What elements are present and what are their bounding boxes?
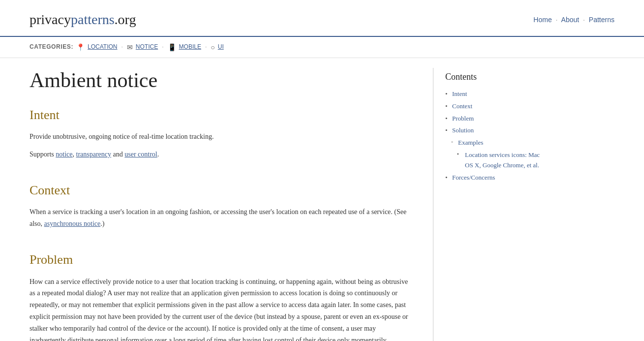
cat-sep-2: ·: [162, 42, 163, 52]
category-mobile[interactable]: MOBILE: [179, 42, 201, 52]
logo-org: .org: [115, 12, 136, 27]
cat-sep-1: ·: [122, 42, 123, 52]
top-nav: Home · About · Patterns: [533, 14, 614, 25]
nav-sep-2: ·: [583, 16, 585, 24]
page-title: Ambient notice: [30, 68, 413, 93]
sidebar-title: Contents: [445, 70, 541, 84]
notice-icon: ✉: [127, 42, 133, 53]
categories-label: CATEGORIES:: [30, 42, 73, 52]
categories-bar: CATEGORIES: 📍 LOCATION · ✉ NOTICE · 📱 MO…: [0, 37, 644, 58]
section-heading-intent: Intent: [30, 105, 413, 125]
nav-sep-1: ·: [556, 16, 558, 24]
nav-home[interactable]: Home: [533, 16, 552, 24]
context-paragraph-1: When a service is tracking a user's loca…: [30, 206, 413, 230]
ui-icon: ○: [211, 42, 215, 53]
content-area: Ambient notice Intent Provide unobtrusiv…: [30, 68, 413, 341]
toc-link-examples[interactable]: Examples: [458, 139, 483, 146]
link-asynchronous-notice[interactable]: asynchronous notice: [44, 220, 101, 227]
link-user-control[interactable]: user control: [124, 151, 157, 158]
toc-item-solution: Solution: [445, 125, 541, 136]
sidebar-toc: Intent Context Problem Solution Examples…: [445, 89, 541, 183]
link-notice[interactable]: notice: [56, 151, 72, 158]
toc-link-problem[interactable]: Problem: [452, 115, 474, 122]
sidebar: Contents Intent Context Problem Solution…: [433, 68, 541, 341]
toc-item-examples: Examples: [445, 138, 541, 148]
toc-item-intent: Intent: [445, 89, 541, 99]
toc-link-solution[interactable]: Solution: [452, 126, 474, 134]
toc-link-location-services[interactable]: Location services icons: Mac OS X, Googl…: [465, 151, 540, 169]
nav-patterns[interactable]: Patterns: [589, 16, 614, 24]
section-heading-context: Context: [30, 180, 413, 201]
cat-sep-3: ·: [205, 42, 207, 52]
toc-item-forces: Forces/Concerns: [445, 173, 541, 183]
logo-patterns: patterns: [71, 12, 115, 27]
logo-privacy: privacy: [30, 12, 71, 27]
toc-item-problem: Problem: [445, 114, 541, 124]
nav-about[interactable]: About: [561, 16, 580, 24]
toc-link-forces[interactable]: Forces/Concerns: [452, 174, 495, 181]
location-icon: 📍: [76, 42, 85, 53]
intent-supports: Supports notice, transparency and user c…: [30, 149, 413, 160]
main-layout: Ambient notice Intent Provide unobtrusiv…: [0, 58, 620, 341]
toc-link-intent[interactable]: Intent: [452, 90, 467, 97]
section-heading-problem: Problem: [30, 249, 413, 270]
category-notice[interactable]: NOTICE: [136, 42, 158, 52]
toc-item-location-services: Location services icons: Mac OS X, Googl…: [445, 150, 541, 171]
toc-item-context: Context: [445, 101, 541, 112]
divider-1: [30, 166, 413, 176]
intent-paragraph-1: Provide unobtrusive, ongoing notice of r…: [30, 131, 413, 143]
header: privacypatterns.org Home · About · Patte…: [0, 0, 644, 37]
problem-paragraph-1: How can a service effectively provide no…: [30, 276, 413, 341]
logo: privacypatterns.org: [30, 9, 136, 31]
link-transparency[interactable]: transparency: [76, 151, 112, 158]
category-ui[interactable]: UI: [218, 42, 224, 52]
mobile-icon: 📱: [168, 42, 176, 53]
toc-link-context[interactable]: Context: [452, 102, 472, 110]
category-location[interactable]: LOCATION: [88, 42, 117, 52]
divider-2: [30, 236, 413, 246]
